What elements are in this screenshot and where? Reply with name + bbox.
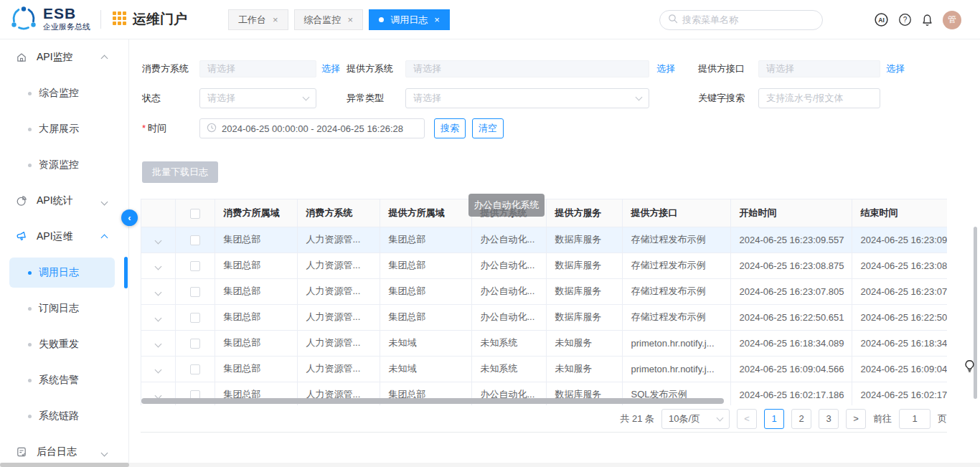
sidebar-item-api-ops[interactable]: API运维 — [0, 219, 128, 255]
log-table-body: 集团总部人力资源管...集团总部办公自动化...数据库服务存储过程发布示例202… — [141, 227, 947, 405]
expand-cell — [141, 304, 175, 330]
table-cell: 人力资源管... — [297, 227, 380, 253]
table-cell: 2024-06-25 16:09:04.566 — [730, 356, 852, 382]
placeholder-text: 请选择 — [207, 92, 235, 105]
provider-api-select-link[interactable]: 选择 — [886, 62, 905, 76]
brand-subtitle: 企业服务总线 — [43, 22, 90, 32]
table-cell: 办公自动化... — [471, 253, 546, 278]
table-cell: 集团总部 — [215, 227, 297, 253]
row-checkbox[interactable] — [190, 364, 200, 374]
time-range-input[interactable]: 2024-06-25 00:00:00 - 2024-06-25 16:26:2… — [199, 118, 425, 138]
sidebar-item-label: 系统链路 — [39, 410, 79, 423]
brand-logo: ESB 企业服务总线 运维门户 — [0, 5, 187, 34]
horizontal-scrollbar[interactable] — [141, 398, 724, 404]
keyword-input[interactable]: 支持流水号/报文体 — [758, 88, 880, 108]
close-icon[interactable]: × — [434, 15, 440, 24]
page-button-1[interactable]: 1 — [764, 409, 784, 429]
clock-icon — [207, 123, 217, 135]
table-row: 集团总部人力资源管...未知域未知系统未知服务primeton.hr.notif… — [141, 356, 947, 382]
table-cell: 集团总部 — [380, 253, 471, 278]
provider-system-label: 提供方系统 — [347, 60, 393, 77]
total-count: 共 21 条 — [620, 412, 654, 425]
active-tab-dot-icon — [379, 17, 384, 22]
sidebar-item-overall-monitor[interactable]: 综合监控 — [0, 75, 128, 111]
status-select[interactable]: 请选择 — [199, 88, 316, 108]
close-icon[interactable]: × — [273, 15, 278, 24]
bullet-icon — [28, 271, 32, 275]
expand-row-button[interactable] — [154, 288, 161, 296]
exception-type-select[interactable]: 请选择 — [405, 88, 649, 108]
bullet-icon — [28, 415, 32, 418]
page-button-3[interactable]: 3 — [819, 409, 839, 429]
tab-label: 调用日志 — [390, 14, 428, 27]
avatar[interactable]: 管 — [943, 11, 961, 29]
page-button-2[interactable]: 2 — [791, 409, 811, 429]
checkbox-cell — [175, 253, 215, 278]
row-checkbox[interactable] — [190, 287, 200, 297]
goto-page-input[interactable] — [899, 409, 930, 429]
sidebar-item-subscribe-log[interactable]: 订阅日志 — [0, 291, 128, 326]
sidebar-item-big-screen[interactable]: 大屏展示 — [0, 111, 128, 147]
tab-overall-monitor[interactable]: 综合监控× — [294, 9, 364, 30]
sidebar-item-fail-resend[interactable]: 失败重发 — [0, 326, 128, 362]
chevron-down-icon — [717, 414, 724, 421]
goto-label: 前往 — [873, 412, 892, 425]
expand-cell — [141, 278, 175, 304]
table-cell: 集团总部 — [215, 356, 297, 382]
checkbox-cell — [175, 227, 215, 253]
provider-api-input[interactable]: 请选择 — [758, 60, 880, 77]
close-icon[interactable]: × — [348, 15, 354, 24]
expand-row-button[interactable] — [154, 263, 161, 270]
prev-page-button[interactable]: < — [737, 409, 757, 429]
help-icon[interactable]: ? — [898, 13, 912, 27]
tab-label: 工作台 — [238, 14, 266, 27]
batch-download-button[interactable]: 批量下载日志 — [142, 161, 218, 183]
tab-call-log[interactable]: 调用日志× — [369, 9, 450, 30]
table-cell: 人力资源管... — [297, 278, 380, 304]
row-checkbox[interactable] — [190, 313, 200, 323]
next-page-button[interactable]: > — [846, 409, 866, 429]
chevron-up-icon — [101, 55, 108, 62]
sidebar-item-call-log[interactable]: 调用日志 — [0, 255, 128, 291]
table-cell: 未知域 — [380, 330, 471, 356]
consumer-system-select-link[interactable]: 选择 — [321, 62, 340, 76]
provider-system-input[interactable]: 请选择 — [405, 60, 649, 77]
bell-icon[interactable] — [921, 14, 933, 27]
table-cell: 2024-06-25 16:23:07.805 — [730, 278, 852, 304]
row-checkbox[interactable] — [190, 339, 200, 349]
sidebar-item-api-stats[interactable]: API统计 — [0, 183, 128, 219]
expand-row-button[interactable] — [154, 314, 161, 321]
status-label: 状态 — [142, 90, 161, 107]
sidebar-item-system-trace[interactable]: 系统链路 — [0, 398, 128, 434]
expand-row-button[interactable] — [154, 340, 161, 347]
ai-assistant-icon[interactable]: AI — [874, 12, 889, 27]
lightbulb-icon[interactable] — [963, 359, 976, 375]
page-scrollbar-thumb[interactable] — [0, 463, 129, 467]
sidebar-item-system-alarm[interactable]: 系统告警 — [0, 362, 128, 398]
tab-workbench[interactable]: 工作台× — [228, 9, 288, 30]
expand-row-button[interactable] — [154, 237, 161, 244]
menu-search-input[interactable]: 搜索菜单名称 — [659, 10, 823, 30]
row-checkbox[interactable] — [190, 261, 200, 271]
expand-row-button[interactable] — [154, 366, 161, 373]
sidebar-item-api-monitor[interactable]: API监控 — [0, 39, 128, 75]
sidebar-item-resource-monitor[interactable]: 资源监控 — [0, 147, 128, 183]
sidebar-collapse-button[interactable]: ‹ — [121, 209, 138, 226]
divider — [100, 10, 101, 29]
provider-system-select-link[interactable]: 选择 — [656, 62, 675, 76]
consumer-system-input[interactable]: 请选择 — [199, 60, 316, 77]
row-checkbox[interactable] — [190, 235, 200, 245]
select-all-checkbox[interactable] — [190, 209, 200, 219]
table-row: 集团总部人力资源管...集团总部办公自动化...数据库服务存储过程发布示例202… — [141, 304, 947, 330]
table-cell: 人力资源管... — [297, 330, 380, 356]
table-cell: 集团总部 — [215, 304, 297, 330]
search-button[interactable]: 搜索 — [434, 118, 466, 138]
page-size-value: 10条/页 — [669, 412, 700, 425]
table-cell: 存储过程发布示例 — [622, 253, 730, 278]
sidebar-item-label: 失败重发 — [39, 338, 79, 351]
page-size-select[interactable]: 10条/页 — [661, 409, 730, 429]
clear-button[interactable]: 清空 — [472, 118, 504, 138]
sidebar-item-label: 资源监控 — [39, 159, 79, 171]
bullet-icon — [28, 379, 32, 382]
column-header: 结束时间 — [852, 199, 947, 227]
